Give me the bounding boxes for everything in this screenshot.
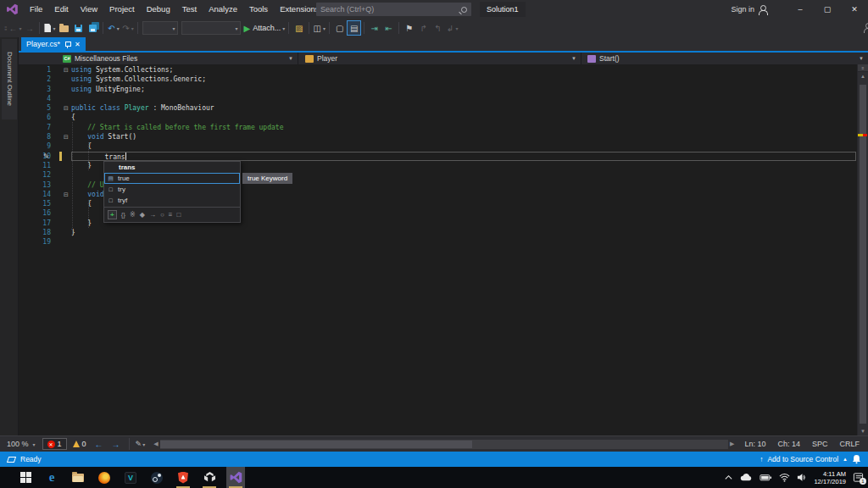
splitter-handle[interactable]: ≡	[858, 64, 868, 72]
notification-bell-icon[interactable]	[852, 454, 861, 464]
filter-classes-icon[interactable]: ※	[130, 211, 136, 219]
line-ending-indicator[interactable]: CRLF	[839, 440, 860, 448]
code-line-1[interactable]: 1⊟using System.Collections;	[19, 65, 868, 75]
attach-button[interactable]: ▶Attach...▾	[242, 20, 286, 36]
filter-braces-icon[interactable]: {}	[121, 211, 125, 219]
scrollbar-thumb[interactable]	[160, 441, 473, 448]
horizontal-scrollbar[interactable]: ◀ ▶	[153, 440, 734, 449]
debug-target-combobox[interactable]: ▾	[142, 21, 178, 35]
menu-view[interactable]: View	[75, 0, 103, 19]
code-line-6[interactable]: 6{	[19, 113, 868, 122]
filter-snippets-icon[interactable]: ≡	[169, 211, 173, 219]
redo-button[interactable]: ↷▾	[120, 20, 135, 36]
vertical-scrollbar[interactable]: ≡ ▲ ▼	[857, 64, 868, 435]
code-line-2[interactable]: 2using System.Collections.Generic;	[19, 75, 868, 84]
code-line-3[interactable]: 3using UnityEngine;	[19, 85, 868, 94]
close-button[interactable]: ✕	[841, 0, 868, 19]
menu-tools[interactable]: Tools	[243, 0, 274, 19]
action-center-icon[interactable]: 1	[853, 472, 864, 483]
menu-analyze[interactable]: Analyze	[203, 0, 243, 19]
fold-collapse-icon[interactable]: ⊟	[61, 190, 71, 199]
taskbar-edge-icon[interactable]: e	[42, 467, 61, 488]
fold-collapse-icon[interactable]: ⊟	[61, 65, 71, 75]
maximize-button[interactable]: ▢	[814, 0, 841, 19]
filter-operators-icon[interactable]: →	[149, 211, 156, 219]
preview-changes-button[interactable]: ▨	[292, 20, 306, 36]
taskbar-brave-icon[interactable]	[174, 467, 192, 488]
display-member-list-button[interactable]: ▤	[347, 20, 361, 36]
navigate-to-button[interactable]: ▢	[332, 20, 347, 36]
completion-item-true[interactable]: ▤true	[104, 173, 240, 184]
code-line-5[interactable]: 5⊟public class Player : MonoBehaviour	[19, 103, 868, 113]
code-editor[interactable]: 1⊟using System.Collections;2using System…	[19, 64, 868, 435]
taskbar-steam-icon[interactable]	[147, 467, 166, 488]
open-file-button[interactable]	[57, 20, 71, 36]
solution-platform-combobox[interactable]: ▾	[181, 21, 241, 35]
bookmark-button[interactable]: ⚑	[402, 20, 416, 36]
scroll-right-arrow[interactable]: ▶	[730, 441, 734, 447]
sign-in-button[interactable]: Sign in	[731, 0, 768, 19]
spaces-indicator[interactable]: SPC	[812, 440, 828, 448]
scroll-down-arrow[interactable]: ▼	[858, 427, 868, 435]
tab-close-icon[interactable]: ✕	[75, 41, 81, 48]
new-file-button[interactable]: ▾	[42, 20, 57, 36]
speaker-icon[interactable]	[797, 473, 807, 482]
battery-icon[interactable]	[760, 473, 772, 482]
filter-all-icon[interactable]: +	[108, 210, 117, 219]
line-indicator[interactable]: Ln: 10	[744, 440, 765, 448]
taskbar-vs-icon[interactable]	[226, 467, 245, 488]
toolbar-grip[interactable]: ⁞⁞	[4, 25, 6, 32]
menu-edit[interactable]: Edit	[48, 0, 74, 19]
filter-constants-icon[interactable]: ○	[160, 211, 164, 219]
filter-methods-icon[interactable]: ◆	[140, 211, 145, 219]
completion-item-tryf[interactable]: □tryf	[104, 195, 240, 206]
next-bookmark-button[interactable]: ↱	[416, 20, 431, 36]
navigate-backward-arrow[interactable]: ←	[92, 440, 106, 449]
code-line-7[interactable]: 7 // Start is called before the first fr…	[19, 123, 868, 132]
navigate-forward-arrow[interactable]: →	[109, 440, 123, 449]
code-line-9[interactable]: 9 {	[19, 141, 868, 151]
tray-chevron-up-icon[interactable]	[724, 473, 733, 482]
add-to-source-control-button[interactable]: Add to Source Control	[767, 455, 838, 463]
error-count-button[interactable]: ✕ 1	[42, 438, 67, 450]
taskbar-unity-icon[interactable]	[200, 467, 219, 488]
navigate-backward-button[interactable]: ←▾	[8, 20, 22, 36]
column-indicator[interactable]: Ch: 14	[777, 440, 800, 448]
code-cleanup-button[interactable]: ✎▾	[136, 440, 146, 448]
taskbar-explorer-icon[interactable]	[69, 467, 87, 488]
taskbar-firefox-icon[interactable]	[95, 467, 114, 488]
menu-project[interactable]: Project	[103, 0, 141, 19]
pin-icon[interactable]	[64, 41, 70, 48]
search-input[interactable]: Search (Ctrl+Q)	[316, 3, 471, 16]
navigate-forward-button[interactable]: →	[22, 20, 36, 36]
fold-collapse-icon[interactable]: ⊟	[61, 103, 71, 113]
project-dropdown[interactable]: C# Miscellaneous Files ▼	[19, 53, 298, 64]
scroll-up-arrow[interactable]: ▲	[858, 72, 868, 80]
taskbar-predator-icon[interactable]: V	[121, 467, 140, 488]
taskbar-start-button[interactable]	[16, 467, 35, 488]
minimize-button[interactable]: –	[787, 0, 814, 19]
fold-collapse-icon[interactable]: ⊟	[61, 132, 71, 141]
clear-bookmarks-button[interactable]: ↲▾	[445, 20, 459, 36]
completion-item-try[interactable]: □try	[104, 184, 240, 195]
increase-indent-button[interactable]: ⇥	[367, 20, 381, 36]
code-line-19[interactable]: 19	[19, 237, 868, 247]
chevron-up-icon[interactable]: ▲	[843, 457, 848, 462]
decrease-indent-button[interactable]: ⇤	[381, 20, 396, 36]
find-in-files-button[interactable]: ◫▾	[312, 20, 326, 36]
taskbar-clock[interactable]: 4:11 AM 12/17/2019	[814, 470, 846, 485]
previous-bookmark-button[interactable]: ↰	[431, 20, 445, 36]
code-line-8[interactable]: 8⊟ void Start()	[19, 132, 868, 141]
menu-debug[interactable]: Debug	[141, 0, 176, 19]
code-line-18[interactable]: 18}	[19, 228, 868, 237]
type-dropdown[interactable]: Player ▼	[298, 53, 581, 64]
warning-count-button[interactable]: 0	[70, 440, 89, 448]
filter-misc-icon[interactable]: □	[176, 211, 181, 219]
undo-button[interactable]: ↶▾	[106, 20, 120, 36]
zoom-control[interactable]: 100 %▾	[3, 440, 39, 448]
document-outline-tab[interactable]: Document Outline	[2, 39, 17, 119]
scroll-left-arrow[interactable]: ◀	[153, 441, 158, 447]
menu-file[interactable]: File	[24, 0, 48, 19]
onedrive-cloud-icon[interactable]	[740, 473, 753, 482]
save-button[interactable]	[71, 20, 86, 36]
